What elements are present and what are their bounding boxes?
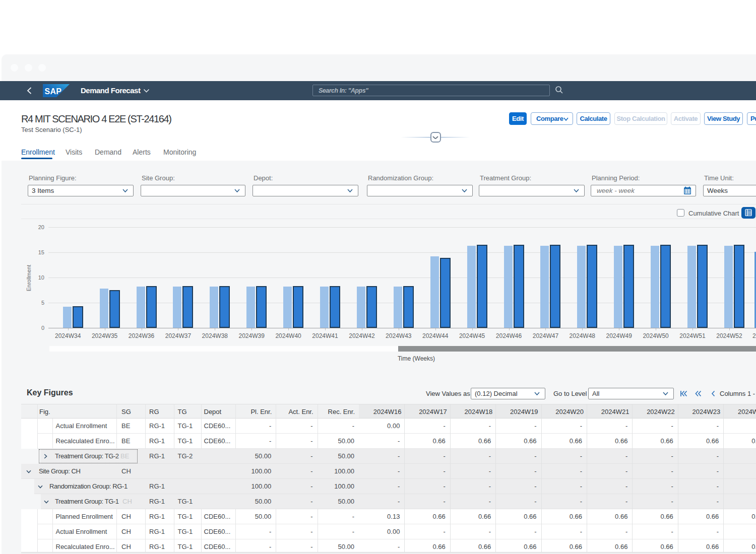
svg-text:SAP: SAP	[45, 87, 62, 96]
svg-text:Enrollment: Enrollment	[26, 265, 32, 292]
